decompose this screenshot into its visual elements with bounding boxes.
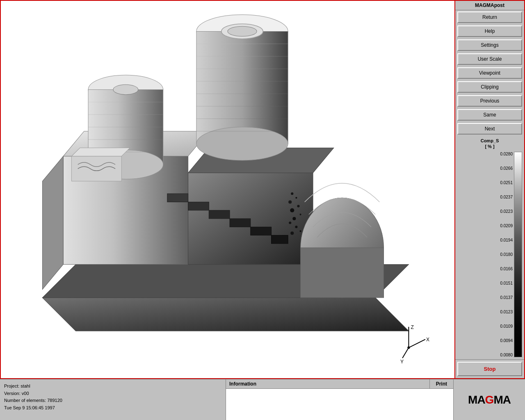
svg-point-46 (289, 221, 291, 224)
svg-point-45 (292, 217, 296, 220)
viewport: Z X Y (1, 1, 454, 378)
svg-point-48 (300, 230, 301, 232)
svg-text:Y: Y (400, 359, 404, 365)
clipping-button[interactable]: Clipping (457, 81, 522, 93)
svg-point-12 (113, 84, 138, 94)
scale-label: 0.0266 (457, 166, 513, 171)
version-value: v00 (22, 391, 29, 396)
stop-button-container: Stop (455, 359, 524, 378)
logo-ma-prefix: MA (468, 393, 485, 406)
svg-point-17 (228, 26, 257, 36)
info-content (226, 389, 453, 420)
svg-text:Z: Z (411, 324, 414, 330)
svg-marker-8 (301, 248, 384, 298)
stop-button[interactable]: Stop (457, 362, 522, 376)
scale-label: 0.0280 (457, 152, 513, 156)
scale-label: 0.0251 (457, 180, 513, 185)
svg-point-47 (295, 226, 297, 228)
date-value: Tue Sep 9 15:06:45 1997 (4, 405, 55, 410)
scale-label: 0.0209 (457, 224, 513, 228)
svg-point-44 (300, 214, 301, 215)
casting-visualization: Z X Y (1, 1, 454, 378)
svg-point-15 (196, 127, 288, 160)
svg-point-43 (290, 208, 294, 212)
scale-label: 0.0180 (457, 252, 513, 257)
svg-rect-22 (251, 227, 272, 235)
svg-rect-37 (71, 156, 121, 181)
scale-container: 0.02800.02660.02510.02370.02230.02090.01… (457, 152, 522, 357)
project-label: Project: (4, 383, 19, 388)
sidebar: MAGMApost Return Help Settings User Scal… (454, 1, 524, 378)
info-tab: Information (226, 379, 430, 388)
scale-label: 0.0094 (457, 338, 513, 343)
svg-rect-23 (272, 235, 288, 244)
logo-ma-suffix: MA (493, 393, 511, 406)
project-info: Project: stahl Version: v00 Number of el… (0, 379, 226, 420)
svg-rect-21 (230, 219, 251, 227)
version-line: Version: v00 (4, 390, 221, 397)
settings-button[interactable]: Settings (457, 39, 522, 51)
logo-g-letter: G (485, 393, 494, 406)
scale-label: 0.0109 (457, 324, 513, 329)
magma-logo: MAGMA (468, 393, 511, 406)
project-line: Project: stahl (4, 383, 221, 390)
svg-point-49 (290, 231, 294, 235)
project-value: stahl (21, 383, 30, 388)
svg-line-52 (409, 339, 425, 347)
svg-point-40 (295, 197, 297, 199)
svg-rect-20 (209, 210, 230, 219)
svg-marker-38 (71, 148, 130, 156)
return-button[interactable]: Return (457, 11, 522, 23)
svg-marker-3 (42, 156, 63, 290)
scale-label: 0.0237 (457, 195, 513, 199)
scale-title: Comp_S [ % ] (457, 138, 522, 150)
svg-point-41 (288, 200, 292, 203)
previous-button[interactable]: Previous (457, 95, 522, 107)
sidebar-title: MAGMApost (455, 1, 524, 10)
top-area: Z X Y MAGMApost Return Help Se (0, 0, 525, 379)
elements-line: Number of elements: 789120 (4, 397, 221, 404)
svg-text:X: X (426, 337, 429, 342)
date-line: Tue Sep 9 15:06:45 1997 (4, 404, 221, 412)
svg-point-56 (407, 347, 410, 349)
svg-marker-14 (196, 31, 288, 144)
scale-labels: 0.02800.02660.02510.02370.02230.02090.01… (457, 152, 514, 357)
elements-value: 789120 (47, 398, 62, 403)
main-container: Z X Y MAGMApost Return Help Se (0, 0, 525, 420)
scale-label: 0.0166 (457, 267, 513, 271)
version-label: Version: (4, 391, 21, 396)
svg-line-54 (402, 348, 409, 358)
svg-point-42 (297, 205, 299, 208)
next-button[interactable]: Next (457, 123, 522, 135)
scale-label: 0.0151 (457, 281, 513, 285)
scale-label: 0.0223 (457, 209, 513, 214)
help-button[interactable]: Help (457, 25, 522, 37)
svg-marker-0 (42, 298, 409, 331)
same-button[interactable]: Same (457, 109, 522, 121)
info-panel: Information Print (226, 379, 453, 420)
viewpoint-button[interactable]: Viewpoint (457, 67, 522, 79)
color-scale: Comp_S [ % ] 0.02800.02660.02510.02370.0… (455, 136, 524, 359)
print-button[interactable]: Print (430, 379, 453, 388)
info-header: Information Print (226, 379, 453, 389)
user-scale-button[interactable]: User Scale (457, 53, 522, 65)
elements-label: Number of elements: (4, 398, 46, 403)
bottom-bar: Project: stahl Version: v00 Number of el… (0, 379, 525, 420)
svg-point-39 (291, 192, 293, 195)
logo-area: MAGMA (453, 379, 525, 420)
scale-gradient (514, 152, 522, 357)
scale-label: 0.0194 (457, 238, 513, 242)
casting-svg: Z X Y (1, 1, 454, 378)
scale-label: 0.0123 (457, 310, 513, 314)
scale-label: 0.0080 (457, 353, 513, 357)
scale-label: 0.0137 (457, 295, 513, 300)
svg-rect-19 (188, 202, 209, 210)
svg-rect-18 (167, 194, 188, 202)
